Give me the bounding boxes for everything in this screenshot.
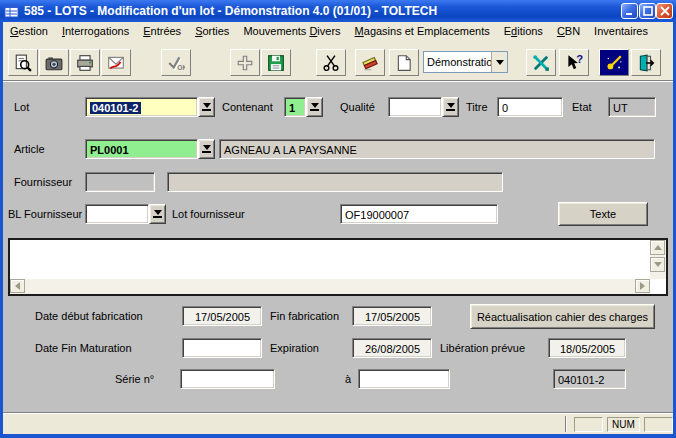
article-description-field: AGNEAU A LA PAYSANNE — [219, 139, 655, 159]
tools-button[interactable] — [526, 49, 556, 76]
menu-item-editions[interactable]: Editions — [497, 22, 550, 41]
menu-item-inventaires[interactable]: Inventaires — [587, 22, 655, 41]
statusbar: NUM — [3, 412, 673, 434]
bl-fournisseur-field[interactable] — [85, 204, 149, 224]
mail-button[interactable] — [101, 49, 131, 76]
crossed-tools-icon — [532, 54, 550, 72]
statusbar-cell-num: NUM — [607, 417, 640, 432]
bl-fournisseur-dropdown-button[interactable] — [149, 204, 166, 224]
preview-button[interactable] — [8, 49, 38, 76]
contenant-dropdown-button[interactable] — [306, 97, 323, 117]
scroll-left-button[interactable] — [10, 279, 25, 293]
help-button[interactable]: ? — [559, 49, 589, 76]
new-button[interactable] — [389, 49, 419, 76]
menu-item-gestion[interactable]: Gestion — [3, 22, 55, 41]
menu-item-magasins-emplacements[interactable]: Magasins et Emplacements — [348, 22, 497, 41]
date-fin-maturation-label: Date Fin Maturation — [35, 342, 132, 354]
scroll-up-button[interactable] — [650, 240, 665, 255]
camera-icon — [45, 54, 63, 72]
save-button[interactable] — [261, 49, 291, 76]
lot-dropdown-button[interactable] — [198, 97, 215, 117]
etat-field: UT — [608, 97, 656, 117]
validate-ok-button[interactable]: OK — [161, 49, 191, 76]
date-fin-maturation-field[interactable] — [182, 338, 262, 358]
fournisseur-label: Fournisseur — [14, 176, 72, 188]
chevron-down-icon[interactable] — [491, 52, 507, 72]
envelope-icon — [107, 54, 125, 72]
plus-icon — [236, 54, 254, 72]
eraser-icon — [361, 54, 379, 72]
titre-field[interactable]: 0 — [497, 97, 563, 117]
exit-door-icon — [637, 54, 655, 72]
maximize-icon — [643, 6, 653, 16]
company-selector[interactable]: Démonstration 4 — [423, 51, 508, 73]
fin-fabrication-field[interactable]: 17/05/2005 — [352, 306, 432, 326]
titlebar: 585 - LOTS - Modification d'un lot - Dém… — [0, 0, 676, 22]
toolbar: OK — [3, 41, 673, 80]
arrow-up-icon — [654, 245, 662, 250]
menu-item-entrees[interactable]: Entrées — [136, 22, 188, 41]
statusbar-cell-caps — [574, 417, 603, 432]
document-magnifier-icon — [14, 54, 32, 72]
printer-icon — [76, 54, 94, 72]
lot-field[interactable]: 040101-2 — [85, 97, 198, 117]
application-window: 585 - LOTS - Modification d'un lot - Dém… — [0, 0, 676, 438]
minimize-button[interactable] — [621, 3, 638, 19]
dropdown-arrow-icon — [203, 145, 211, 150]
window-title: 585 - LOTS - Modification d'un lot - Dém… — [24, 4, 437, 18]
company-selector-value: Démonstration 4 — [424, 56, 491, 68]
article-dropdown-button[interactable] — [198, 139, 215, 159]
close-button[interactable] — [656, 3, 673, 19]
scroll-down-button[interactable] — [650, 257, 665, 272]
arrow-left-icon — [15, 282, 20, 290]
texte-button[interactable]: Texte — [558, 202, 648, 226]
exit-button[interactable] — [631, 49, 661, 76]
serie-to-field[interactable] — [358, 369, 450, 389]
contenant-field[interactable]: 1 — [284, 97, 306, 117]
etat-label: Etat — [572, 101, 592, 113]
add-button[interactable] — [230, 49, 260, 76]
menu-item-sorties[interactable]: Sorties — [188, 22, 236, 41]
statusbar-cell-scrl — [644, 417, 673, 432]
diskette-icon — [267, 54, 285, 72]
fournisseur-code-field — [85, 172, 155, 192]
camera-button[interactable] — [39, 49, 69, 76]
date-debut-fabrication-field[interactable]: 17/05/2005 — [182, 306, 262, 326]
space-button[interactable] — [599, 49, 629, 76]
expiration-field[interactable]: 26/08/2005 — [352, 338, 432, 358]
vertical-scrollbar[interactable] — [650, 240, 666, 279]
fournisseur-name-field — [167, 172, 503, 192]
menu-item-interrogations[interactable]: Interrogations — [55, 22, 136, 41]
qualite-field[interactable] — [388, 97, 442, 117]
reactualisation-button[interactable]: Réactualisation cahier des charges — [470, 304, 655, 329]
dropdown-arrow-icon — [154, 210, 162, 215]
notes-textarea[interactable] — [8, 238, 668, 296]
menu-item-cbn[interactable]: CBN — [550, 22, 587, 41]
qualite-label: Qualité — [340, 101, 375, 113]
maximize-button[interactable] — [639, 3, 656, 19]
titre-label: Titre — [466, 101, 488, 113]
article-label: Article — [14, 143, 45, 155]
window-border-bottom — [0, 434, 676, 438]
date-debut-fabrication-label: Date début fabrication — [35, 310, 143, 322]
menu-item-mouvements-divers[interactable]: Mouvements Divers — [236, 22, 347, 41]
svg-text:?: ? — [576, 54, 583, 65]
statusbar-separator — [565, 416, 566, 432]
ok-check-icon: OK — [167, 54, 185, 72]
expiration-label: Expiration — [270, 342, 319, 354]
qualite-dropdown-button[interactable] — [442, 97, 459, 117]
liberation-prevue-field[interactable]: 18/05/2005 — [548, 338, 626, 358]
minimize-icon — [625, 6, 635, 16]
lot-fournisseur-field[interactable]: OF19000007 — [340, 204, 498, 224]
lot-label: Lot — [14, 101, 29, 113]
cut-button[interactable] — [316, 49, 346, 76]
serie-from-field[interactable] — [180, 369, 275, 389]
lot-fournisseur-label: Lot fournisseur — [172, 208, 245, 220]
scroll-right-button[interactable] — [635, 279, 650, 293]
article-field[interactable]: PL0001 — [85, 139, 198, 159]
horizontal-scrollbar[interactable] — [10, 279, 650, 294]
arrow-down-icon — [654, 262, 662, 267]
app-icon — [4, 3, 20, 19]
print-button[interactable] — [70, 49, 100, 76]
erase-button[interactable] — [355, 49, 385, 76]
